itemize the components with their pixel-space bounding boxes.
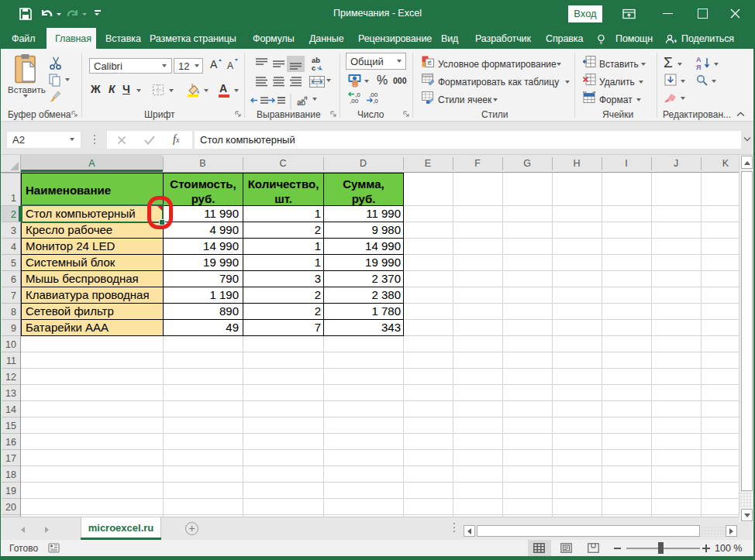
svg-text:c: c [312, 64, 315, 72]
svg-text:,00: ,00 [350, 98, 359, 104]
svg-text:,0: ,0 [373, 98, 378, 104]
